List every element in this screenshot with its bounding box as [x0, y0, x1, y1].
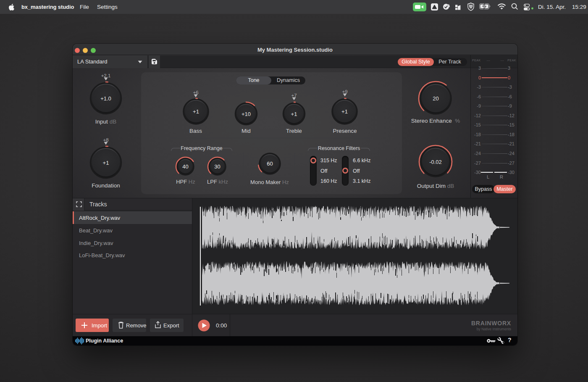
- svg-text:-0.02: -0.02: [429, 159, 442, 165]
- svg-text:+1: +1: [193, 108, 199, 115]
- svg-text:60: 60: [267, 161, 273, 167]
- svg-text:+10: +10: [242, 111, 251, 117]
- svg-text:30: 30: [214, 163, 220, 170]
- svg-text:Remove: Remove: [126, 322, 146, 329]
- svg-text:Import: Import: [92, 322, 107, 329]
- svg-text:+1.0: +1.0: [100, 95, 111, 102]
- svg-text:+1: +1: [291, 111, 297, 117]
- svg-text:+1: +1: [103, 160, 109, 166]
- svg-text:20: 20: [433, 95, 438, 102]
- svg-text:Export: Export: [163, 322, 179, 329]
- svg-text:+1: +1: [341, 108, 348, 115]
- svg-text:40: 40: [182, 163, 188, 170]
